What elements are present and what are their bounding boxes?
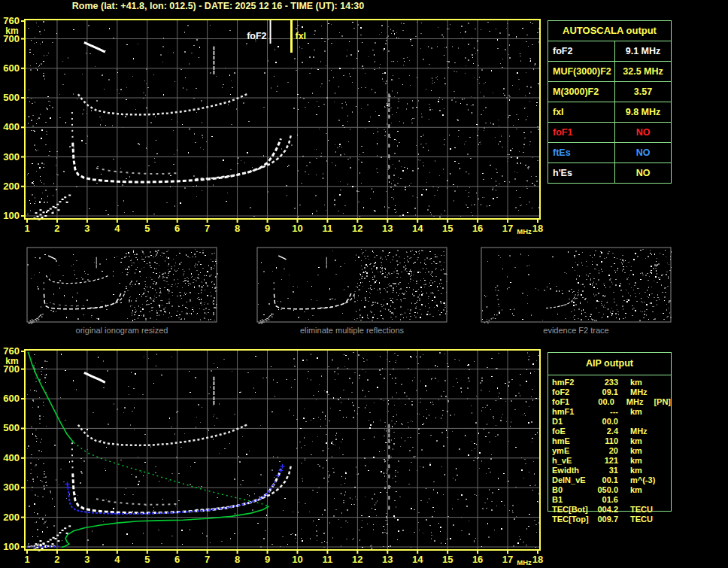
x-tick-label: 5 xyxy=(144,554,150,565)
x-tick-label: 17 xyxy=(502,223,513,234)
x-tick-label: 8 xyxy=(235,554,240,565)
thumbnail-caption-cleaned: eliminate multiple reflections xyxy=(257,326,447,335)
x-tick-label: 9 xyxy=(265,223,270,234)
table-row: DelN_vE00.1m^(-3) xyxy=(548,475,671,485)
parameter-label: ftEs xyxy=(548,143,615,163)
table-row: ymE20km xyxy=(548,446,671,456)
thumbnail-caption-evidence: evidence F2 trace xyxy=(481,326,671,335)
x-tick-label: 4 xyxy=(114,554,120,565)
table-row: M(3000)F23.57 xyxy=(548,82,671,102)
y-tick-label: 300 xyxy=(3,151,20,163)
aip-table: AIP output hmF2233kmfoF209.1MHzfoF100.0M… xyxy=(548,352,672,512)
x-tick-label: 10 xyxy=(292,554,302,565)
y-tick-label: 200 xyxy=(3,512,20,523)
parameter-value: NO xyxy=(615,163,671,183)
x-tick-label: 15 xyxy=(442,554,453,565)
autoscala-table: AUTOSCALA output foF29.1 MHzMUF(3000)F23… xyxy=(548,20,672,184)
x-tick-label: 13 xyxy=(382,554,393,565)
x-tick-label: 7 xyxy=(205,554,210,565)
table-row: foF209.1MHz xyxy=(548,387,671,397)
x-tick-label: 14 xyxy=(412,223,423,234)
parameter-label: h'Es xyxy=(548,163,615,183)
x-tick-label: 9 xyxy=(265,554,270,565)
table-row: hmF1---km xyxy=(548,407,671,417)
autoscala-table-title: AUTOSCALA output xyxy=(548,21,671,41)
thumbnail-evidence xyxy=(481,248,672,323)
x-tick-label: 13 xyxy=(382,223,393,234)
table-row: ftEsNO xyxy=(548,143,671,163)
table-row: TEC[Top]009.7TECU xyxy=(548,515,671,524)
aip-table-rows: hmF2233kmfoF209.1MHzfoF100.0MHz[PN]hmF1-… xyxy=(548,378,671,524)
x-tick-label: 6 xyxy=(174,223,180,234)
x-tick-label: 5 xyxy=(144,223,150,234)
x-tick-label: 3 xyxy=(84,223,89,234)
parameter-value: 32.5 MHz xyxy=(615,62,671,81)
aip-table-title: AIP output xyxy=(548,353,671,375)
parameter-label: foF2 xyxy=(548,41,615,61)
thumbnail-cleaned xyxy=(257,248,447,323)
table-row: D100.0 xyxy=(548,417,671,427)
top-ionogram-plot: 123456789101112131415161718MHz7607006005… xyxy=(3,15,543,235)
table-row: foF100.0MHz[PN] xyxy=(548,397,671,407)
x-tick-label: 11 xyxy=(323,554,333,565)
x-tick-label: 11 xyxy=(323,223,333,234)
x-axis-unit: MHz xyxy=(517,227,532,235)
y-tick-label: 400 xyxy=(3,452,20,463)
bottom-ionogram-plot: 123456789101112131415161718MHz7607006005… xyxy=(3,345,543,566)
y-tick-label: 500 xyxy=(3,92,20,103)
table-row: foE2.4MHz xyxy=(548,427,671,436)
table-row: hmF2233km xyxy=(548,378,671,387)
parameter-value: 9.8 MHz xyxy=(615,102,671,122)
y-tick-label: 400 xyxy=(3,121,20,132)
autoscala-screen: Rome (lat: +41.8, lon: 012.5) - DATE: 20… xyxy=(0,0,728,568)
table-row: B0050.0km xyxy=(548,485,671,495)
y-tick-label: 760 xyxy=(3,15,20,26)
fxI-marker-label: fxI xyxy=(295,31,306,41)
parameter-label: M(3000)F2 xyxy=(548,82,615,102)
x-tick-label: 16 xyxy=(472,223,483,234)
table-row: Ewidth31km xyxy=(548,466,671,475)
parameter-value: 9.1 MHz xyxy=(615,41,671,61)
x-tick-label: 8 xyxy=(235,223,240,234)
x-tick-label: 2 xyxy=(54,554,59,565)
parameter-value: 3.57 xyxy=(615,82,671,102)
x-tick-label: 10 xyxy=(292,223,302,234)
parameter-value: NO xyxy=(615,143,671,163)
table-row: TEC[Bot]004.2TECU xyxy=(548,505,671,515)
x-tick-label: 7 xyxy=(205,223,210,234)
parameter-label: foF1 xyxy=(548,123,615,142)
x-tick-label: 14 xyxy=(412,554,423,565)
x-axis-unit: MHz xyxy=(517,558,532,566)
x-tick-label: 12 xyxy=(352,554,362,565)
autoscala-table-rows: foF29.1 MHzMUF(3000)F232.5 MHzM(3000)F23… xyxy=(548,41,671,183)
parameter-label: fxI xyxy=(548,102,615,122)
thumbnail-original xyxy=(27,248,218,323)
y-tick-label: 200 xyxy=(3,181,20,192)
x-tick-label: 16 xyxy=(472,554,483,565)
table-row: foF29.1 MHz xyxy=(548,41,671,62)
parameter-value: NO xyxy=(615,123,671,142)
y-tick-label: 300 xyxy=(3,481,20,493)
y-axis-unit: km xyxy=(5,356,18,366)
y-tick-label: 500 xyxy=(3,422,20,433)
y-tick-label: 100 xyxy=(3,210,20,221)
foF2-marker-label: foF2 xyxy=(247,31,266,41)
x-tick-label: 18 xyxy=(532,554,543,565)
table-row: B101.6 xyxy=(548,495,671,505)
thumbnail-caption-original: original ionogram resized xyxy=(27,326,217,335)
table-row: fxI9.8 MHz xyxy=(548,102,671,123)
x-tick-label: 4 xyxy=(114,223,120,234)
x-tick-label: 3 xyxy=(84,554,89,565)
table-row: hmE110km xyxy=(548,436,671,446)
y-tick-label: 600 xyxy=(3,393,20,404)
x-tick-label: 17 xyxy=(502,554,513,565)
x-tick-label: 12 xyxy=(352,223,362,234)
y-axis-unit: km xyxy=(5,26,18,36)
x-tick-label: 15 xyxy=(442,223,453,234)
y-tick-label: 100 xyxy=(3,541,20,552)
table-row: foF1NO xyxy=(548,123,671,143)
x-tick-label: 2 xyxy=(54,223,59,234)
y-tick-label: 600 xyxy=(3,62,20,74)
y-tick-label: 760 xyxy=(3,345,20,357)
x-tick-label: 1 xyxy=(24,554,29,565)
